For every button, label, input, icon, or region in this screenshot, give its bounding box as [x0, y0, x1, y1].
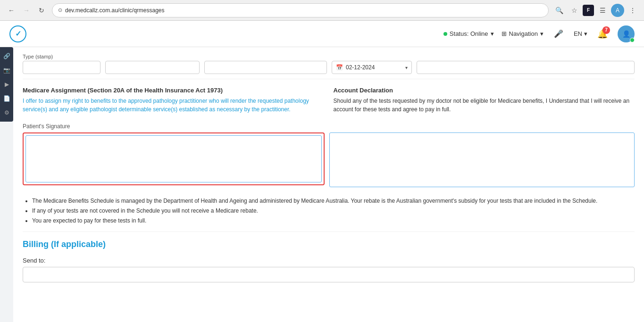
info-list: The Medicare Benefits Schedule is manage… [32, 197, 635, 226]
date-label [332, 54, 412, 59]
date-value: 02-12-2024 [346, 64, 402, 71]
bullet-list: The Medicare Benefits Schedule is manage… [23, 192, 635, 232]
lang-chevron-icon [584, 30, 587, 37]
date-chevron-icon [405, 65, 408, 70]
app-header: ✓ Status: Online ⊞ Navigation 🎤 EN 🔔 7 👤 [0, 21, 644, 47]
grid-icon: ⊞ [502, 30, 507, 37]
calendar-icon: 📅 [336, 64, 343, 71]
type-stamp-label: Type (stamp) [23, 54, 100, 59]
avatar-icon: 👤 [622, 30, 630, 38]
extension-icon[interactable]: F [583, 5, 594, 16]
field4-input[interactable] [417, 61, 635, 74]
reload-button[interactable]: ↻ [35, 4, 48, 17]
navigation-label: Navigation [509, 30, 538, 37]
field2-label [105, 54, 200, 59]
billing-section: Billing (If applicable) Send to: [23, 232, 635, 290]
field2-group [105, 54, 200, 74]
bullet-item-3: You are expected to pay for these tests … [32, 216, 635, 225]
browser-nav-buttons: ← → ↻ [5, 4, 48, 17]
header-right: Status: Online ⊞ Navigation 🎤 EN 🔔 7 👤 [443, 25, 635, 42]
side-panel-camera-icon[interactable]: 📷 [1, 65, 12, 75]
logo-checkmark: ✓ [15, 29, 21, 38]
medicare-assignment: Medicare Assignment (Section 20A of the … [23, 87, 324, 114]
field2-input[interactable] [105, 61, 200, 74]
browser-chrome: ← → ↻ ⊙ dev.medcallz.com.au/clinic/qrmes… [0, 0, 644, 21]
bullet-item-2: If any of your tests are not covered in … [32, 206, 635, 215]
notification-button[interactable]: 🔔 7 [595, 26, 610, 41]
field3-label [204, 54, 327, 59]
search-button[interactable]: 🔍 [552, 4, 566, 17]
signature-label: Patient's Signature [23, 123, 635, 130]
main-content: Type (stamp) 📅 02-12-2024 Medicare [13, 47, 644, 322]
status-indicator[interactable]: Status: Online [443, 30, 494, 37]
signature-box-right[interactable] [329, 132, 635, 187]
date-field-group: 📅 02-12-2024 [332, 54, 412, 74]
side-panel-link-icon[interactable]: 🔗 [1, 51, 12, 61]
status-chevron-icon [491, 30, 494, 37]
back-button[interactable]: ← [5, 4, 18, 17]
notification-badge: 7 [602, 26, 610, 34]
status-label: Status: Online [450, 30, 488, 37]
app-logo: ✓ [9, 25, 26, 42]
medicare-assignment-text: I offer to assign my right to benefits t… [23, 97, 324, 114]
field4-group [417, 54, 635, 74]
navigation-button[interactable]: ⊞ Navigation [502, 30, 544, 37]
extension-button[interactable]: ☰ [596, 4, 609, 17]
lock-icon: ⊙ [58, 7, 62, 13]
forward-button[interactable]: → [20, 4, 33, 17]
status-dot [443, 32, 447, 36]
menu-button[interactable]: ⋮ [626, 4, 639, 17]
signature-canvas[interactable] [25, 135, 322, 182]
billing-title: Billing (If applicable) [23, 239, 635, 249]
browser-actions: 🔍 ☆ F ☰ A ⋮ [552, 4, 639, 17]
address-bar[interactable]: ⊙ dev.medcallz.com.au/clinic/qrmessages [52, 3, 549, 17]
field3-input[interactable] [204, 61, 327, 74]
account-declaration-title: Account Declaration [334, 87, 635, 94]
account-declaration: Account Declaration Should any of the te… [334, 87, 635, 114]
type-stamp-input[interactable] [23, 61, 100, 74]
user-avatar[interactable]: 👤 [618, 25, 635, 42]
url-text: dev.medcallz.com.au/clinic/qrmessages [65, 7, 543, 14]
lang-label: EN [574, 30, 582, 37]
side-panel-doc-icon[interactable]: 📄 [1, 93, 12, 104]
nav-chevron-icon [540, 30, 544, 37]
send-to-input[interactable] [23, 267, 635, 282]
side-panel-settings-icon[interactable]: ⚙ [1, 107, 12, 118]
profile-avatar[interactable]: A [611, 4, 624, 17]
medicare-assignment-title: Medicare Assignment (Section 20A of the … [23, 87, 324, 94]
star-button[interactable]: ☆ [568, 4, 581, 17]
language-button[interactable]: EN [574, 30, 587, 37]
field4-label [417, 54, 635, 59]
mic-button[interactable]: 🎤 [551, 26, 566, 41]
avatar-online-indicator [630, 38, 635, 42]
type-stamp-field-group: Type (stamp) [23, 54, 100, 74]
signature-wrapper [23, 132, 635, 187]
account-declaration-text: Should any of the tests requested by my … [334, 97, 635, 114]
signature-section: Patient's Signature [23, 118, 635, 192]
side-panel-video-icon[interactable]: ▶ [1, 79, 12, 90]
field3-group [204, 54, 327, 74]
signature-box-left [23, 132, 325, 185]
send-to-label: Send to: [23, 257, 635, 264]
side-panel: 🔗 📷 ▶ 📄 ⚙ [0, 47, 13, 122]
declarations-row: Medicare Assignment (Section 20A of the … [23, 79, 635, 118]
date-picker[interactable]: 📅 02-12-2024 [332, 61, 412, 74]
bullet-item-1: The Medicare Benefits Schedule is manage… [32, 197, 635, 206]
form-fields-row: Type (stamp) 📅 02-12-2024 [23, 47, 635, 79]
